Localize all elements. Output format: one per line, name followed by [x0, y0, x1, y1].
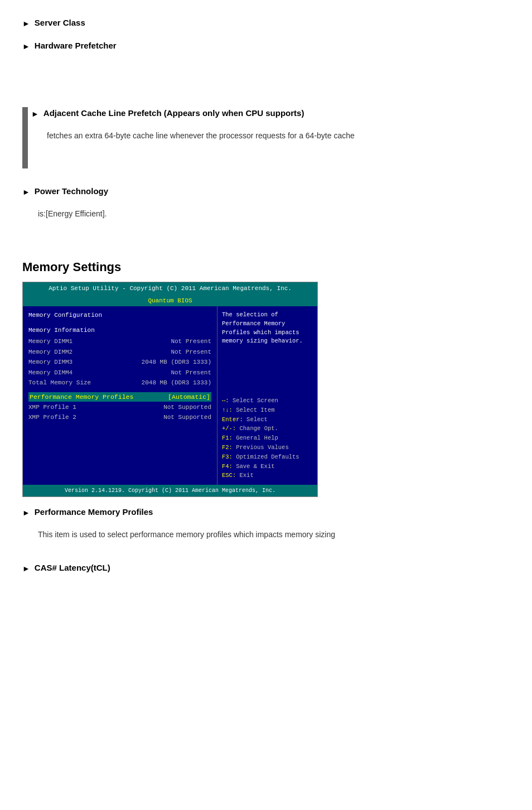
dimm3-row: Memory DIMM3 2048 MB (DDR3 1333) [28, 358, 211, 367]
key-select-item: ↑↓: Select Item [222, 406, 313, 415]
key-f4: F4: Save & Exit [222, 462, 313, 471]
total-memory-key: Total Memory Size [28, 378, 91, 388]
adjacent-cache-content: ► Adjacent Cache Line Prefetch (Appears … [22, 107, 510, 142]
bios-key-legend: ↔: Select Screen ↑↓: Select Item Enter: … [222, 396, 313, 480]
adjacent-cache-description: fetches an extra 64-byte cache line when… [47, 130, 510, 142]
power-technology-label: Power Technology [35, 185, 108, 198]
sidebar-bar [22, 107, 28, 168]
hardware-prefetcher-label: Hardware Prefetcher [35, 40, 117, 52]
key-select-screen: ↔: Select Screen [222, 396, 313, 406]
spacer [22, 230, 510, 241]
arrow-icon: ► [22, 18, 30, 30]
dimm4-val: Not Present [171, 368, 211, 378]
key-f2-label: F2: [222, 444, 233, 451]
perf-profiles-key: Performance Memory Profiles [30, 392, 133, 402]
dimm3-key: Memory DIMM3 [28, 358, 72, 367]
bios-subtitle: Quantum BIOS [23, 295, 317, 307]
perf-profiles-row[interactable]: Performance Memory Profiles [Automatic] [28, 392, 211, 402]
key-f2: F2: Previous Values [222, 443, 313, 452]
power-technology-description: is:[Energy Efficient]. [38, 208, 510, 220]
bios-screen: Aptio Setup Utility - Copyright (C) 2011… [22, 282, 318, 497]
arrow-icon: ► [22, 507, 30, 519]
cas-latency-label: CAS# Latency(tCL) [35, 562, 110, 575]
key-arrow-lr: ↔: [222, 397, 229, 404]
cas-latency-item: ► CAS# Latency(tCL) [22, 562, 510, 575]
dimm3-val: 2048 MB (DDR3 1333) [142, 358, 211, 367]
xmp2-row: XMP Profile 2 Not Supported [28, 413, 211, 422]
arrow-icon: ► [31, 108, 39, 120]
arrow-icon: ► [22, 186, 30, 198]
key-change: +/-: Change Opt. [222, 424, 313, 433]
key-f3: F3: Optimized Defaults [222, 452, 313, 462]
key-plusminus: +/-: [222, 425, 236, 432]
key-enter-label: Enter: [222, 416, 243, 423]
key-f1: F1: General Help [222, 433, 313, 443]
adjacent-cache-label: Adjacent Cache Line Prefetch (Appears on… [43, 107, 304, 120]
memory-info-label: Memory Information [28, 326, 211, 335]
page-content: ► Server Class ► Hardware Prefetcher ► A… [0, 0, 532, 601]
arrow-icon: ► [22, 41, 30, 52]
bios-left-panel: Memory Configuration Memory Information … [23, 306, 217, 485]
perf-memory-profiles-item: ► Performance Memory Profiles [22, 506, 510, 519]
key-f1-label: F1: [222, 435, 233, 441]
key-arrow-ud: ↑↓: [222, 407, 233, 413]
power-technology-item: ► Power Technology [22, 185, 510, 198]
total-memory-val: 2048 MB (DDR3 1333) [142, 378, 211, 388]
xmp1-row: XMP Profile 1 Not Supported [28, 403, 211, 412]
bios-right-desc-text: The selection of Performance Memory Prof… [222, 311, 303, 344]
memory-settings-heading: Memory Settings [22, 258, 510, 276]
memory-config-label: Memory Configuration [28, 311, 211, 320]
hardware-prefetcher-item: ► Hardware Prefetcher [22, 40, 510, 52]
total-memory-row: Total Memory Size 2048 MB (DDR3 1333) [28, 378, 211, 388]
bios-title: Aptio Setup Utility - Copyright (C) 2011… [23, 282, 317, 295]
xmp1-key: XMP Profile 1 [28, 403, 76, 412]
dimm1-row: Memory DIMM1 Not Present [28, 337, 211, 346]
spacer [22, 152, 510, 185]
xmp1-val: Not Supported [163, 403, 211, 412]
key-enter: Enter: Select [222, 415, 313, 425]
adjacent-cache-section: ► Adjacent Cache Line Prefetch (Appears … [22, 107, 510, 142]
perf-memory-profiles-label: Performance Memory Profiles [35, 506, 153, 519]
dimm2-row: Memory DIMM2 Not Present [28, 348, 211, 357]
bios-right-panel: The selection of Performance Memory Prof… [217, 306, 317, 485]
dimm1-key: Memory DIMM1 [28, 337, 72, 346]
dimm1-val: Not Present [171, 337, 211, 346]
dimm4-key: Memory DIMM4 [28, 368, 72, 378]
server-class-item: ► Server Class [22, 17, 510, 30]
spacer [22, 497, 510, 506]
adjacent-cache-item: ► Adjacent Cache Line Prefetch (Appears … [31, 107, 510, 120]
spacer [22, 62, 510, 107]
dimm4-row: Memory DIMM4 Not Present [28, 368, 211, 378]
arrow-icon: ► [22, 563, 30, 575]
dimm2-key: Memory DIMM2 [28, 348, 72, 357]
xmp2-key: XMP Profile 2 [28, 413, 76, 422]
server-class-label: Server Class [35, 17, 85, 30]
spacer [22, 551, 510, 562]
key-f3-label: F3: [222, 454, 233, 460]
bios-right-description: The selection of Performance Memory Prof… [222, 311, 313, 346]
xmp2-val: Not Supported [163, 413, 211, 422]
perf-memory-profiles-description: This item is used to select performance … [38, 529, 510, 541]
perf-profiles-val: [Automatic] [168, 392, 210, 402]
right-spacer [222, 351, 313, 396]
key-f4-label: F4: [222, 463, 233, 470]
key-esc-label: ESC: [222, 472, 236, 479]
dimm2-val: Not Present [171, 348, 211, 357]
key-esc: ESC: Exit [222, 471, 313, 480]
bios-body: Memory Configuration Memory Information … [23, 306, 317, 485]
bios-footer: Version 2.14.1219. Copyright (C) 2011 Am… [23, 485, 317, 496]
